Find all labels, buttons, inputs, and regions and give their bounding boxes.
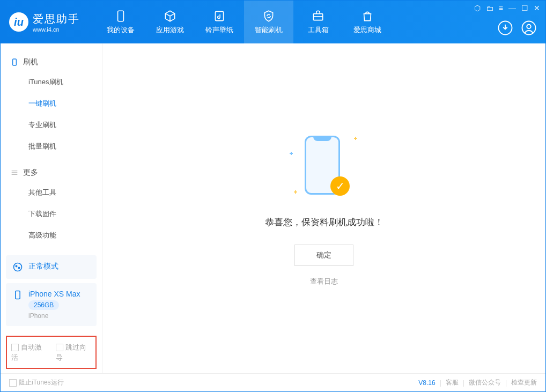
success-message: 恭喜您，保资料刷机成功啦！: [265, 216, 383, 228]
checkbox-auto-activate[interactable]: 自动激活: [11, 342, 47, 363]
sidebar-item-advanced[interactable]: 高级功能: [1, 225, 102, 246]
tab-ringtones[interactable]: 铃声壁纸: [195, 1, 244, 43]
lock-icon[interactable]: 🗀: [486, 4, 493, 12]
window-controls: ⬡ 🗀 ≡ — ☐ ✕: [474, 4, 540, 12]
view-log-link[interactable]: 查看日志: [310, 277, 338, 286]
device-name: iPhone XS Max: [28, 290, 80, 298]
device-phone-icon: [12, 290, 23, 300]
svg-point-5: [527, 25, 531, 29]
toolbox-icon: [311, 9, 325, 23]
app-logo: iu 爱思助手 www.i4.cn: [9, 12, 80, 33]
nav-tabs: 我的设备 应用游戏 铃声壁纸 智能刷机 工具箱 爱思商城: [96, 1, 392, 43]
tab-my-device[interactable]: 我的设备: [96, 1, 145, 43]
music-icon: [212, 9, 226, 23]
device-icon: [114, 9, 128, 23]
sidebar-item-other-tools[interactable]: 其他工具: [1, 182, 102, 203]
tab-toolbox[interactable]: 工具箱: [293, 1, 343, 43]
bag-icon: [360, 9, 374, 23]
footer-link-wechat[interactable]: 微信公众号: [469, 378, 501, 387]
svg-point-7: [14, 263, 22, 271]
svg-rect-6: [13, 59, 17, 65]
checkbox-skip-guide[interactable]: 跳过向导: [56, 342, 92, 363]
user-icon[interactable]: [521, 20, 537, 36]
check-icon: ✓: [330, 176, 350, 196]
ok-button[interactable]: 确定: [294, 245, 353, 266]
sidebar-item-pro-flash[interactable]: 专业刷机: [1, 114, 102, 136]
tab-store[interactable]: 爱思商城: [343, 1, 392, 43]
mode-label: 正常模式: [28, 262, 58, 271]
storage-badge: 256GB: [28, 300, 59, 310]
sidebar: 刷机 iTunes刷机 一键刷机 专业刷机 批量刷机 更多 其他工具 下载固件 …: [1, 43, 102, 373]
header-right-buttons: [497, 20, 537, 36]
main-content: ✓ 恭喜您，保资料刷机成功啦！ 确定 查看日志: [102, 43, 545, 373]
section-more: 更多: [1, 164, 102, 182]
tab-smart-flash[interactable]: 智能刷机: [244, 1, 293, 43]
svg-point-4: [522, 21, 536, 35]
svg-rect-10: [16, 291, 20, 299]
footer-link-support[interactable]: 客服: [446, 378, 459, 387]
options-highlight-box: 自动激活 跳过向导: [6, 336, 97, 369]
device-box[interactable]: iPhone XS Max 256GB iPhone: [6, 283, 97, 326]
tshirt-icon[interactable]: ⬡: [474, 4, 481, 12]
sidebar-item-download-firmware[interactable]: 下载固件: [1, 203, 102, 225]
sidebar-item-itunes-flash[interactable]: iTunes刷机: [1, 71, 102, 93]
maximize-button[interactable]: ☐: [521, 4, 528, 12]
header: iu 爱思助手 www.i4.cn 我的设备 应用游戏 铃声壁纸 智能刷机 工具…: [1, 1, 545, 43]
logo-icon: iu: [9, 12, 28, 32]
app-title: 爱思助手: [33, 12, 80, 26]
download-icon[interactable]: [497, 20, 513, 36]
phone-icon: [10, 58, 19, 66]
footer-link-update[interactable]: 检查更新: [511, 378, 537, 387]
shield-refresh-icon: [262, 9, 276, 23]
success-illustration: ✓: [286, 130, 361, 200]
device-type: iPhone: [28, 312, 80, 320]
minimize-button[interactable]: —: [508, 4, 516, 12]
checkbox-block-itunes[interactable]: 阻止iTunes运行: [9, 378, 64, 387]
sidebar-item-oneclick-flash[interactable]: 一键刷机: [1, 93, 102, 114]
cube-icon: [163, 9, 177, 23]
mode-box[interactable]: 正常模式: [6, 255, 97, 279]
mode-icon: [12, 262, 23, 272]
version-label: V8.16: [418, 379, 435, 387]
close-button[interactable]: ✕: [534, 4, 540, 12]
svg-point-8: [16, 265, 17, 267]
svg-point-9: [18, 267, 20, 269]
list-icon: [10, 168, 19, 177]
app-url: www.i4.cn: [33, 26, 80, 33]
tab-apps-games[interactable]: 应用游戏: [145, 1, 195, 43]
sidebar-item-batch-flash[interactable]: 批量刷机: [1, 136, 102, 157]
menu-icon[interactable]: ≡: [499, 4, 503, 12]
svg-rect-1: [215, 11, 223, 20]
footer: 阻止iTunes运行 V8.16 | 客服 | 微信公众号 | 检查更新: [1, 373, 545, 391]
section-flash: 刷机: [1, 53, 102, 71]
svg-rect-0: [118, 11, 124, 21]
